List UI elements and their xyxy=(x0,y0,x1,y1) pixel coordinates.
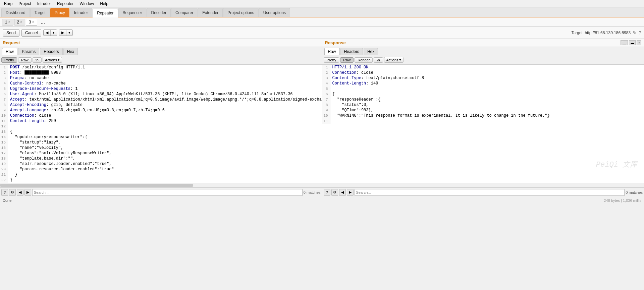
edit-target-icon[interactable]: ✎ xyxy=(633,30,637,36)
request-search-next-icon[interactable]: ▶ xyxy=(24,189,31,196)
response-search-prev-icon[interactable]: ◀ xyxy=(339,189,346,196)
code-line-2: 2Host: ██████████:8983 xyxy=(0,70,322,75)
tab-dashboard[interactable]: Dashboard xyxy=(1,8,30,17)
code-line-21: 21 } xyxy=(0,172,322,177)
response-tab-hex[interactable]: Hex xyxy=(364,48,378,55)
repeater-tabs-bar: 1 × 2 × 3 × … xyxy=(0,17,644,27)
menu-intruder[interactable]: Intruder xyxy=(35,1,54,7)
response-spacer xyxy=(322,183,644,187)
tab-comparer[interactable]: Comparer xyxy=(171,8,198,17)
nav-back-dropdown-button[interactable]: ▾ xyxy=(51,30,57,36)
code-line-12: 12 xyxy=(0,124,322,129)
request-code-area[interactable]: 1POST /solr/test/config HTTP/1.12Host: █… xyxy=(0,65,322,183)
code-line-10: 10 "WARNING":"This response format is ex… xyxy=(322,113,644,118)
response-search-settings-icon[interactable]: ⚙ xyxy=(331,189,338,196)
code-line-2: 2Connection: close xyxy=(322,70,644,75)
request-search-help-icon[interactable]: ? xyxy=(1,189,8,196)
code-line-3: 3Pragma: no-cache xyxy=(0,75,322,81)
response-newline-btn[interactable]: \n xyxy=(374,57,383,63)
code-line-4: 4Cache-Control: no-cache xyxy=(0,81,322,86)
code-line-7: 7 "responseHeader":{ xyxy=(322,97,644,102)
nav-forward-button[interactable]: ▶ xyxy=(59,30,66,36)
tab-proxy[interactable]: Proxy xyxy=(50,8,69,17)
split-view-horizontal-btn[interactable]: ▬ xyxy=(629,40,636,45)
tab-target[interactable]: Target xyxy=(30,8,50,17)
repeater-tab-3[interactable]: 3 × xyxy=(26,19,37,25)
nav-forward-dropdown-button[interactable]: ▾ xyxy=(66,30,72,36)
request-tab-params[interactable]: Params xyxy=(18,48,39,55)
response-size-info: 248 bytes | 1,036 millis xyxy=(604,198,641,202)
code-line-13: 13{ xyxy=(0,129,322,134)
watermark: PeiQi 文库 xyxy=(596,159,637,169)
request-scrollbar-h[interactable] xyxy=(0,183,322,187)
request-search-settings-icon[interactable]: ⚙ xyxy=(9,189,16,196)
fullscreen-btn[interactable]: ▪ xyxy=(637,40,641,45)
repeater-tab-2[interactable]: 2 × xyxy=(14,19,25,25)
code-line-6: 6User-Agent: Mozilla/5.0 (X11; Linux x86… xyxy=(0,92,322,97)
request-newline-btn[interactable]: \n xyxy=(33,57,42,63)
status-bar: Done 248 bytes | 1,036 millis xyxy=(0,197,644,204)
tab-extender[interactable]: Extender xyxy=(198,8,223,17)
menu-help[interactable]: Help xyxy=(97,1,111,7)
response-render-btn[interactable]: Render xyxy=(355,57,373,63)
code-line-9: 9 "QTime":983}, xyxy=(322,108,644,113)
close-tab-1-icon[interactable]: × xyxy=(8,20,10,24)
request-tab-headers[interactable]: Headers xyxy=(40,48,62,55)
code-line-7: 7Accept: text/html,application/xhtml+xml… xyxy=(0,97,322,102)
response-pretty-btn[interactable]: Pretty xyxy=(324,57,339,63)
request-scrollbar-thumb[interactable] xyxy=(0,184,193,187)
response-raw-btn[interactable]: Raw xyxy=(340,57,354,63)
help-icon[interactable]: ? xyxy=(639,30,641,36)
response-panel-tabs: Raw Headers Hex xyxy=(322,47,644,55)
toolbar: Send Cancel ◀ ▾ ▶ ▾ Target: http://81.68… xyxy=(0,27,644,39)
send-button[interactable]: Send xyxy=(3,29,19,37)
response-search-next-icon[interactable]: ▶ xyxy=(347,189,354,196)
code-line-1: 1POST /solr/test/config HTTP/1.1 xyxy=(0,65,322,70)
response-tab-raw[interactable]: Raw xyxy=(324,48,340,55)
response-code-area[interactable]: 1HTTP/1.1 200 OK2Connection: close3Conte… xyxy=(322,65,644,183)
code-line-11: 11 xyxy=(322,118,644,124)
tab-repeater[interactable]: Repeater xyxy=(93,9,118,17)
menu-burp[interactable]: Burp xyxy=(1,1,15,7)
code-line-20: 20 "params.resource.loader.enabled":"tru… xyxy=(0,167,322,172)
tab-user-options[interactable]: User options xyxy=(259,8,290,17)
actions-chevron-icon: ▾ xyxy=(58,58,60,62)
request-search-prev-icon[interactable]: ◀ xyxy=(17,189,23,196)
response-search-help-icon[interactable]: ? xyxy=(324,189,330,196)
response-tab-headers[interactable]: Headers xyxy=(340,48,363,55)
code-line-5: 5Upgrade-Insecure-Requests: 1 xyxy=(0,86,322,92)
request-tab-raw[interactable]: Raw xyxy=(2,48,17,55)
menu-window[interactable]: Window xyxy=(77,1,97,7)
request-search-bar: ? ⚙ ◀ ▶ 0 matches xyxy=(0,187,322,197)
tab-decoder[interactable]: Decoder xyxy=(147,8,171,17)
close-tab-3-icon[interactable]: × xyxy=(32,20,34,24)
menu-project[interactable]: Project xyxy=(16,1,34,7)
request-actions-dropdown[interactable]: Actions ▾ xyxy=(43,57,62,63)
request-header: Request xyxy=(0,39,322,47)
panels-container: Request Raw Params Headers Hex Pretty Ra… xyxy=(0,39,644,197)
request-tab-hex[interactable]: Hex xyxy=(63,48,78,55)
split-view-vertical-btn[interactable]: ⬜ xyxy=(621,40,628,45)
request-pretty-btn[interactable]: Pretty xyxy=(1,57,17,63)
nav-back-button[interactable]: ◀ xyxy=(44,30,51,36)
response-search-input[interactable] xyxy=(355,189,625,196)
code-line-14: 14 "update-queryresponsewriter":{ xyxy=(0,134,322,140)
repeater-tab-1[interactable]: 1 × xyxy=(2,19,13,25)
menu-repeater[interactable]: Repeater xyxy=(54,1,76,7)
tab-project-options[interactable]: Project options xyxy=(223,8,258,17)
code-line-11: 11Content-Length: 259 xyxy=(0,118,322,124)
code-line-1: 1HTTP/1.1 200 OK xyxy=(322,65,644,70)
request-search-input[interactable] xyxy=(32,189,303,196)
cancel-button[interactable]: Cancel xyxy=(21,29,41,37)
code-line-8: 8Accept-Encoding: gzip, deflate xyxy=(0,102,322,108)
response-header: Response ⬜ ▬ ▪ xyxy=(322,39,644,47)
status-text: Done xyxy=(3,198,11,202)
add-repeater-tab-button[interactable]: … xyxy=(38,19,48,25)
request-raw-btn[interactable]: Raw xyxy=(18,57,32,63)
tab-sequencer[interactable]: Sequencer xyxy=(118,8,147,17)
code-line-6: 6{ xyxy=(322,92,644,97)
response-actions-dropdown[interactable]: Actions ▾ xyxy=(384,57,404,63)
close-tab-2-icon[interactable]: × xyxy=(20,20,22,24)
tab-intruder[interactable]: Intruder xyxy=(70,8,92,17)
nav-back-group: ◀ ▾ xyxy=(43,30,57,36)
